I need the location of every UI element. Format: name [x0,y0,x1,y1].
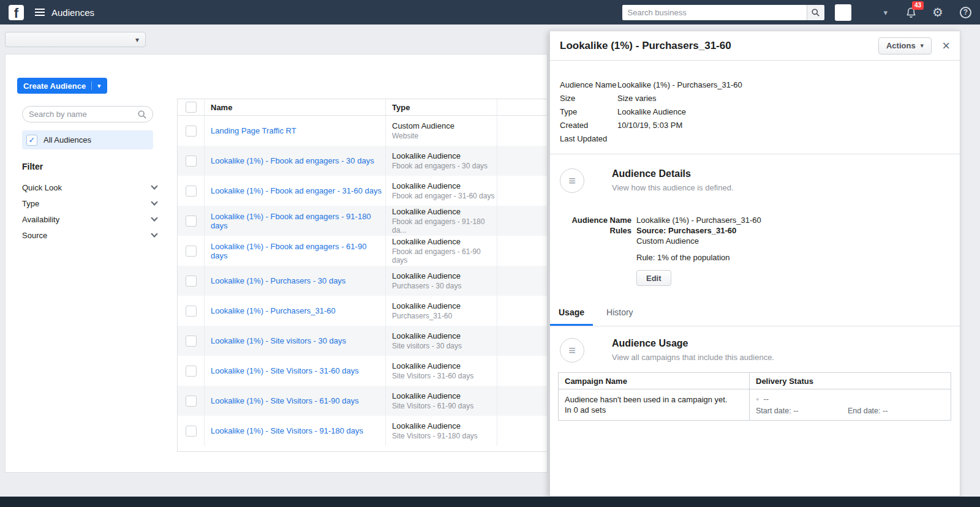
audience-name-link[interactable]: Lookalike (1%) - Fbook ad engagers - 91-… [211,212,385,230]
table-row[interactable]: Lookalike (1%) - Purchasers_31-60 Lookal… [178,296,547,326]
column-header-type[interactable]: Type [386,99,497,115]
row-checkbox[interactable] [186,276,197,287]
summary-value: Size varies [617,94,657,103]
column-header-name[interactable]: Name [205,99,386,115]
panel-tabs: Usage History [550,300,960,326]
audience-name-link[interactable]: Lookalike (1%) - Purchasers_31-60 [211,306,336,315]
usage-table-header: Campaign Name Delivery Status [559,373,951,389]
notification-badge: 43 [912,1,924,10]
table-row[interactable]: Lookalike (1%) - Site Visitors - 31-60 d… [178,356,547,386]
all-audiences-filter[interactable]: ✓ All Audiences [22,130,153,149]
chevron-down-icon: ▾ [921,42,924,50]
checked-checkbox-icon[interactable]: ✓ [26,135,37,146]
usage-adsets-count: In 0 ad sets [565,405,743,415]
filter-item-label: Type [22,199,39,208]
rules-rule: Rule: 1% of the population [636,252,730,263]
audience-name-link[interactable]: Lookalike (1%) - Purchasers - 30 days [211,276,345,285]
table-row[interactable]: Lookalike (1%) - Site visitors - 30 days… [178,326,547,356]
filter-item[interactable]: Quick Look [22,179,157,195]
row-checkbox[interactable] [186,366,197,377]
summary-row: Type Lookalike Audience [560,105,950,118]
chevron-down-icon[interactable]: ▾ [884,8,888,17]
audience-name-link[interactable]: Lookalike (1%) - Site visitors - 30 days [211,336,346,345]
table-row[interactable]: Lookalike (1%) - Site Visitors - 61-90 d… [178,386,547,416]
edit-button[interactable]: Edit [636,270,671,286]
audience-name-link[interactable]: Lookalike (1%) - Fbook ad engagers - 30 … [211,156,374,165]
audience-usage-icon: ≡ [560,338,584,362]
menu-icon[interactable] [35,9,45,16]
filter-item-label: Quick Look [22,183,62,192]
table-row[interactable]: Landing Page Traffic RT Custom Audience … [178,116,547,146]
row-checkbox[interactable] [186,156,197,167]
filter-item[interactable]: Source [22,227,157,243]
horizontal-scrollbar[interactable] [178,446,547,452]
table-row[interactable]: Lookalike (1%) - Fbook ad engagers - 30 … [178,146,547,176]
table-row[interactable]: Lookalike (1%) - Fbook ad engagers - 91-… [178,206,547,236]
row-checkbox[interactable] [186,426,197,437]
filter-item[interactable]: Type [22,195,157,211]
help-icon[interactable]: ? [960,7,971,18]
start-date: Start date: -- [756,407,848,415]
usage-table-row: Audience hasn't been used in a campaign … [559,389,951,420]
audience-type-detail: Purchasers - 30 days [392,282,497,290]
table-row[interactable]: Lookalike (1%) - Purchasers - 30 days Lo… [178,266,547,296]
audiences-table: Name Type Landing Page Traffic RT Custom… [177,99,547,452]
list-glyph: ≡ [568,344,576,358]
audience-name-link[interactable]: Landing Page Traffic RT [211,126,296,135]
table-row[interactable]: Lookalike (1%) - Fbook ad engager - 31-6… [178,176,547,206]
audience-type: Lookalike Audience [392,361,497,370]
row-checkbox[interactable] [186,216,197,227]
audience-type-detail: Site Visitors - 91-180 days [392,432,497,440]
panel-summary: Audience Name Lookalike (1%) - Purchaser… [550,61,960,154]
audience-name-link[interactable]: Lookalike (1%) - Fbook ad engagers - 61-… [211,242,385,260]
audience-type-detail: Fbook ad engager - 31-60 days [392,192,497,200]
row-checkbox[interactable] [186,336,197,347]
panel-tab[interactable]: History [598,300,642,326]
audience-type: Lookalike Audience [392,391,497,400]
column-header-extra [497,99,547,115]
audience-name-link[interactable]: Lookalike (1%) - Fbook ad engager - 31-6… [211,186,382,195]
account-selector-dropdown[interactable]: ▾ [5,32,146,47]
filter-item[interactable]: Availability [22,211,157,227]
audience-type-detail: Purchasers_31-60 [392,312,497,320]
audience-type: Lookalike Audience [392,301,497,310]
chevron-down-icon: ▾ [135,36,139,44]
section-subtitle: View all campaigns that include this aud… [612,353,774,362]
detail-value-audience-name: Lookalike (1%) - Purchasers_31-60 [636,215,761,225]
select-all-checkbox[interactable] [186,102,197,113]
settings-gear-icon[interactable]: ⚙ [932,6,943,18]
create-audience-button[interactable]: Create Audience ▾ [17,78,107,94]
avatar[interactable] [835,4,851,21]
audience-details-icon: ≡ [560,168,584,193]
panel-tab[interactable]: Usage [550,300,593,326]
row-checkbox[interactable] [186,126,197,137]
row-checkbox[interactable] [186,246,197,257]
bottom-bar [0,497,980,507]
close-icon[interactable]: × [942,39,950,53]
audience-name-link[interactable]: Lookalike (1%) - Site Visitors - 91-180 … [211,426,363,435]
table-row[interactable]: Lookalike (1%) - Site Visitors - 91-180 … [178,416,547,446]
audience-name-link[interactable]: Lookalike (1%) - Site Visitors - 31-60 d… [211,366,359,375]
audience-type-detail: Fbook ad engagers - 91-180 da... [392,217,497,235]
tab-label: Usage [559,307,584,317]
audience-usage-section: ≡ Audience Usage View all campaigns that… [550,326,960,362]
audience-table-body: Landing Page Traffic RT Custom Audience … [178,116,547,446]
summary-value: Lookalike Audience [617,107,686,116]
navbar-right-group: ▾ 43 ⚙ ? [622,4,971,21]
row-checkbox[interactable] [186,306,197,317]
actions-button[interactable]: Actions ▾ [878,37,932,54]
facebook-logo[interactable]: f [9,5,24,20]
row-checkbox[interactable] [186,186,197,197]
notifications-button[interactable]: 43 [905,6,917,19]
summary-row: Created 10/10/19, 5:03 PM [560,118,950,132]
filter-list: Quick Look Type Availability Source [22,179,157,243]
audience-type: Lookalike Audience [392,237,497,246]
panel-title: Lookalike (1%) - Purchasers_31-60 [560,40,731,52]
filter-heading: Filter [22,162,43,171]
business-search-input[interactable] [622,5,807,20]
audience-search-input[interactable] [29,110,138,119]
audience-name-link[interactable]: Lookalike (1%) - Site Visitors - 61-90 d… [211,396,359,405]
row-checkbox[interactable] [186,396,197,407]
table-row[interactable]: Lookalike (1%) - Fbook ad engagers - 61-… [178,236,547,266]
business-search-button[interactable] [807,5,824,20]
